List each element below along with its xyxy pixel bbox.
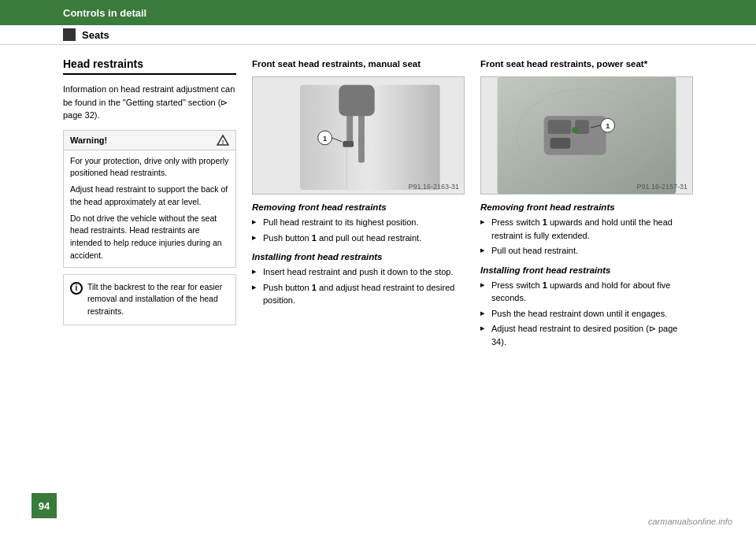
warning-item-2: Adjust head restraint to support the bac… <box>70 184 229 209</box>
warning-body: For your protection, drive only with pro… <box>64 150 235 267</box>
svg-rect-5 <box>358 112 365 162</box>
right-installing-list: Press switch 1 upwards and hold for abou… <box>480 279 693 349</box>
right-image: 1 P91.16-2157-31 <box>480 76 693 195</box>
left-heading: Head restraints <box>63 57 236 75</box>
warning-item-3: Do not drive the vehicle without the sea… <box>70 213 229 262</box>
mid-installing-item-2: Push button 1 and adjust head restraint … <box>252 281 465 307</box>
svg-text:1: 1 <box>606 121 610 130</box>
mid-installing-list: Insert head restraint and push it down t… <box>252 265 465 307</box>
right-image-svg: 1 <box>481 77 692 194</box>
right-installing-item-3: Adjust head restraint to desired positio… <box>480 322 693 348</box>
mid-installing-heading: Installing front head restraints <box>252 252 465 261</box>
top-header: Controls in detail <box>0 0 756 25</box>
mid-removing-item-2: Push button 1 and pull out head restrain… <box>252 232 465 245</box>
right-removing-item-1: Press switch 1 upwards and hold until th… <box>480 216 693 242</box>
page-number: 94 <box>32 493 57 518</box>
svg-point-17 <box>572 127 578 133</box>
warning-box: Warning! ! For your protection, drive on… <box>63 130 236 268</box>
section-title: Seats <box>82 29 109 41</box>
mid-image-svg: 1 <box>253 77 464 194</box>
mid-image: 1 P91.16-2163-31 <box>252 76 465 195</box>
warning-label: Warning! <box>70 135 107 145</box>
right-column: Front seat head restraints, power seat* <box>480 57 693 480</box>
mid-heading: Front seat head restraints, manual seat <box>252 57 465 70</box>
watermark: carmanualsonline.info <box>648 517 732 526</box>
info-icon: i <box>70 282 83 295</box>
right-removing-item-2: Pull out head restraint. <box>480 244 693 258</box>
right-image-caption: P91.16-2157-31 <box>636 183 687 191</box>
header-title: Controls in detail <box>63 7 146 19</box>
left-column: Head restraints Information on head rest… <box>63 57 236 480</box>
mid-image-caption: P91.16-2163-31 <box>408 183 459 191</box>
mid-column: Front seat head restraints, manual seat <box>252 57 465 480</box>
section-bar: Seats <box>0 25 756 45</box>
svg-text:!: ! <box>222 139 224 146</box>
svg-rect-7 <box>343 141 354 147</box>
mid-removing-heading: Removing front head restraints <box>252 202 465 212</box>
right-removing-list: Press switch 1 upwards and hold until th… <box>480 216 693 258</box>
right-installing-item-2: Push the head restraint down until it en… <box>480 307 693 321</box>
warning-icon: ! <box>217 134 229 146</box>
svg-rect-6 <box>339 85 374 116</box>
intro-text: Information on head restraint adjustment… <box>63 83 236 122</box>
mid-installing-item-1: Insert head restraint and push it down t… <box>252 265 465 279</box>
info-box: i Tilt the backrest to the rear for easi… <box>63 274 236 325</box>
right-heading: Front seat head restraints, power seat* <box>480 57 693 70</box>
svg-rect-14 <box>548 120 572 134</box>
svg-rect-16 <box>550 138 571 149</box>
warning-header: Warning! ! <box>64 131 235 150</box>
warning-item-1: For your protection, drive only with pro… <box>70 155 229 180</box>
main-content: Head restraints Information on head rest… <box>0 45 756 492</box>
info-text: Tilt the backrest to the rear for easier… <box>87 281 229 318</box>
right-removing-heading: Removing front head restraints <box>480 202 693 212</box>
mid-removing-item-1: Pull head restraint to its highest posit… <box>252 216 465 229</box>
section-indicator <box>63 28 76 41</box>
right-installing-heading: Installing front head restraints <box>480 265 693 275</box>
right-installing-item-1: Press switch 1 upwards and hold for abou… <box>480 279 693 305</box>
svg-text:1: 1 <box>323 134 328 143</box>
mid-removing-list: Pull head restraint to its highest posit… <box>252 216 465 244</box>
